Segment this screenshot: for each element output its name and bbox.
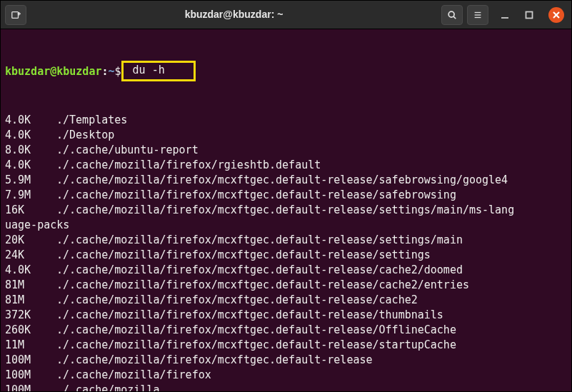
size-cell: 11M (5, 338, 56, 353)
output-row: 24K./.cache/mozilla/firefox/mcxftgec.def… (5, 248, 567, 263)
size-cell: 16K (5, 203, 56, 218)
prompt-user-host: kbuzdar@kbuzdar (5, 65, 101, 78)
output-row: 5.9M./.cache/mozilla/firefox/mcxftgec.de… (5, 173, 567, 188)
output-row: 100M./.cache/mozilla/firefox/mcxftgec.de… (5, 353, 567, 368)
path-cell: ./.cache/mozilla/firefox/mcxftgec.defaul… (56, 293, 418, 306)
size-cell: 20K (5, 233, 56, 248)
output-row: 4.0K./.cache/mozilla/firefox/mcxftgec.de… (5, 263, 567, 278)
output-row: 372K./.cache/mozilla/firefox/mcxftgec.de… (5, 308, 567, 323)
output-row: 100M./.cache/mozilla/firefox (5, 368, 567, 383)
minimize-button[interactable] (497, 7, 513, 23)
path-cell: ./.cache/mozilla (56, 383, 160, 392)
path-cell: ./.cache/mozilla/firefox (56, 368, 211, 381)
size-cell: 4.0K (5, 263, 56, 278)
output-row-wrap: uage-packs (5, 218, 567, 233)
path-cell: ./.cache/mozilla/firefox/mcxftgec.defaul… (56, 338, 456, 351)
svg-rect-9 (526, 11, 533, 18)
path-cell: ./.cache/mozilla/firefox/mcxftgec.defaul… (56, 203, 514, 216)
command-text: du -h (133, 64, 165, 76)
size-cell: 81M (5, 293, 56, 308)
output-row: 11M./.cache/mozilla/firefox/mcxftgec.def… (5, 338, 567, 353)
size-cell: 7.9M (5, 188, 56, 203)
close-button[interactable] (548, 7, 564, 23)
output-row: 20K./.cache/mozilla/firefox/mcxftgec.def… (5, 233, 567, 248)
svg-rect-0 (12, 11, 19, 18)
new-tab-icon (11, 10, 21, 20)
minimize-icon (501, 11, 509, 19)
size-cell: 81M (5, 278, 56, 293)
size-cell: 4.0K (5, 113, 56, 128)
window-title: kbuzdar@kbuzdar: ~ (31, 7, 437, 22)
size-cell: 100M (5, 353, 56, 368)
size-cell: 4.0K (5, 158, 56, 173)
path-cell: ./.cache/mozilla/firefox/mcxftgec.defaul… (56, 263, 463, 276)
path-cell: ./.cache/mozilla/firefox/rgieshtb.defaul… (56, 159, 321, 171)
path-cell: ./.cache/mozilla/firefox/mcxftgec.defaul… (56, 233, 463, 246)
new-tab-button[interactable] (5, 5, 26, 25)
output-row: 260K./.cache/mozilla/firefox/mcxftgec.de… (5, 323, 567, 338)
size-cell: 100M (5, 368, 56, 383)
size-cell: 8.0K (5, 143, 56, 158)
output-row: 81M./.cache/mozilla/firefox/mcxftgec.def… (5, 293, 567, 308)
command-highlight: du -h (121, 61, 196, 81)
path-cell: ./.cache/mozilla/firefox/mcxftgec.defaul… (56, 308, 443, 321)
title-bar: kbuzdar@kbuzdar: ~ (1, 1, 571, 29)
svg-point-3 (448, 11, 454, 17)
path-cell: ./.cache/mozilla/firefox/mcxftgec.defaul… (56, 248, 431, 261)
path-cell: ./.cache/mozilla/firefox/mcxftgec.defaul… (56, 189, 456, 201)
terminal-body[interactable]: kbuzdar@kbuzdar:~$ du -h 4.0K./Templates… (1, 29, 571, 392)
size-cell: 372K (5, 308, 56, 323)
hamburger-icon (473, 10, 483, 20)
svg-line-4 (453, 16, 456, 19)
maximize-button[interactable] (521, 7, 537, 23)
prompt-path: ~ (109, 65, 115, 78)
output-row: 4.0K./Templates (5, 113, 567, 128)
output-row: 7.9M./.cache/mozilla/firefox/mcxftgec.de… (5, 188, 567, 203)
output-row: 4.0K./Desktop (5, 128, 567, 143)
output-row: 8.0K./.cache/ubuntu-report (5, 143, 567, 158)
output-row: 81M./.cache/mozilla/firefox/mcxftgec.def… (5, 278, 567, 293)
prompt-line: kbuzdar@kbuzdar:~$ du -h (5, 62, 567, 83)
prompt-colon: : (101, 65, 108, 78)
path-cell: ./.cache/ubuntu-report (56, 144, 199, 156)
path-cell: ./.cache/mozilla/firefox/mcxftgec.defaul… (56, 278, 469, 291)
close-icon (553, 11, 560, 19)
output-row: 100M./.cache/mozilla (5, 383, 567, 392)
output-row: 4.0K./.cache/mozilla/firefox/rgieshtb.de… (5, 158, 567, 173)
path-cell: ./.cache/mozilla/firefox/mcxftgec.defaul… (56, 353, 373, 366)
path-cell: ./Templates (56, 114, 127, 126)
size-cell: 260K (5, 323, 56, 338)
size-cell: 4.0K (5, 128, 56, 143)
path-cell: ./.cache/mozilla/firefox/mcxftgec.defaul… (56, 323, 456, 336)
path-cell: ./.cache/mozilla/firefox/mcxftgec.defaul… (56, 174, 508, 186)
command-output: 4.0K./Templates4.0K./Desktop8.0K./.cache… (5, 113, 567, 392)
size-cell: 100M (5, 383, 56, 392)
output-row: 16K./.cache/mozilla/firefox/mcxftgec.def… (5, 203, 567, 218)
search-icon (447, 10, 457, 20)
menu-button[interactable] (467, 5, 488, 25)
size-cell: 5.9M (5, 173, 56, 188)
maximize-icon (525, 11, 533, 19)
size-cell: 24K (5, 248, 56, 263)
search-button[interactable] (441, 5, 463, 25)
path-cell: ./Desktop (56, 129, 114, 141)
prompt-dollar: $ (115, 65, 121, 78)
